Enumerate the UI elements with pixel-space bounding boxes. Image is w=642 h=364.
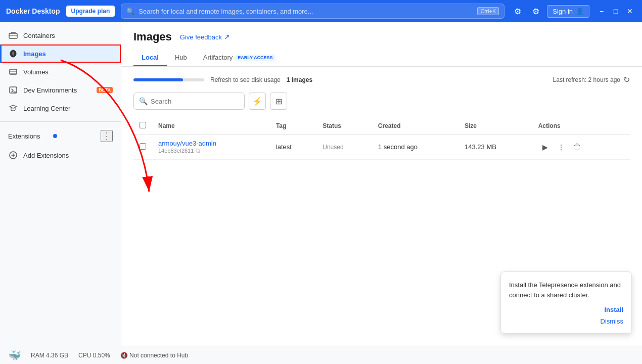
topbar: Docker Desktop Upgrade plan 🔍 Search for… xyxy=(0,0,642,22)
row-name-cell: armouy/vue3-admin 14eb83ef2611 ⧉ xyxy=(152,134,270,160)
image-id: 14eb83ef2611 ⧉ xyxy=(158,147,264,154)
topbar-icons: ⚙ ⚙ Sign in 👤 xyxy=(511,4,589,18)
th-actions: Actions xyxy=(532,118,630,134)
th-size: Size xyxy=(458,118,532,134)
disk-progress-bar xyxy=(133,78,204,81)
dev-environments-label: Dev Environments xyxy=(23,86,91,94)
volumes-label: Volumes xyxy=(23,68,113,76)
volumes-icon xyxy=(8,67,18,77)
tab-hub[interactable]: Hub xyxy=(167,50,195,66)
th-checkbox xyxy=(133,118,152,134)
sidebar-item-dev-environments[interactable]: Dev Environments BETA xyxy=(0,81,121,99)
sidebar-item-learning-center[interactable]: Learning Center xyxy=(0,99,121,117)
row-tag-cell: latest xyxy=(270,134,316,160)
row-actions-cell: ▶ ⋮ 🗑 xyxy=(532,134,630,160)
minimize-button[interactable]: − xyxy=(595,5,608,17)
sidebar-item-containers[interactable]: Containers xyxy=(0,26,121,44)
add-extensions-label: Add Extensions xyxy=(23,152,113,159)
copy-id-button[interactable]: ⧉ xyxy=(196,147,200,154)
search-input[interactable] xyxy=(151,98,239,105)
settings-icon-button[interactable]: ⚙ xyxy=(511,4,525,18)
columns-button[interactable]: ⊞ xyxy=(270,93,287,110)
svg-rect-0 xyxy=(9,33,17,38)
search-icon: 🔍 xyxy=(126,8,134,15)
search-icon: 🔍 xyxy=(139,97,148,105)
refresh-button[interactable]: ↻ xyxy=(623,75,630,84)
sidebar-item-add-extensions[interactable]: Add Extensions xyxy=(0,146,121,164)
th-tag: Tag xyxy=(270,118,316,134)
images-icon xyxy=(8,49,18,59)
row-status-cell: Unused xyxy=(316,134,372,160)
run-button[interactable]: ▶ xyxy=(538,140,553,154)
window-controls: − □ ✕ xyxy=(595,5,636,17)
image-id-text: 14eb83ef2611 xyxy=(158,148,194,154)
install-button[interactable]: Install xyxy=(604,306,623,313)
table-toolbar: 🔍 ⚡ ⊞ xyxy=(133,93,630,110)
extensions-more-button[interactable]: ⋮ xyxy=(101,130,113,142)
app-title: Docker Desktop xyxy=(6,7,60,15)
last-refresh: Last refresh: 2 hours ago ↻ xyxy=(553,75,630,84)
tab-local-label: Local xyxy=(142,54,159,61)
disk-progress-fill xyxy=(133,78,183,81)
feedback-icon: ↗ xyxy=(224,33,230,41)
tabs: Local Hub Artifactory EARLY ACCESS xyxy=(133,50,630,66)
global-search-bar[interactable]: 🔍 Search for local and remote images, co… xyxy=(121,4,505,19)
row-checkbox-cell xyxy=(133,134,152,160)
row-checkbox[interactable] xyxy=(140,143,146,150)
th-created: Created xyxy=(372,118,458,134)
extensions-dot xyxy=(53,134,57,138)
tab-artifactory-label: Artifactory xyxy=(203,54,233,61)
sidebar-item-images[interactable]: Images xyxy=(0,44,121,63)
sidebar-item-volumes[interactable]: Volumes xyxy=(0,63,121,81)
th-name: Name xyxy=(152,118,270,134)
add-extensions-icon xyxy=(8,150,18,160)
upgrade-button[interactable]: Upgrade plan xyxy=(66,6,115,17)
th-status: Status xyxy=(316,118,372,134)
image-name-link[interactable]: armouy/vue3-admin xyxy=(158,140,216,147)
images-label: Images xyxy=(23,50,113,58)
page-title: Images xyxy=(133,30,172,43)
close-button[interactable]: ✕ xyxy=(624,5,636,17)
signin-button[interactable]: Sign in 👤 xyxy=(547,5,589,18)
sidebar: Containers Images Volumes Dev Environmen… xyxy=(0,22,121,346)
table-body: armouy/vue3-admin 14eb83ef2611 ⧉ latest … xyxy=(133,134,630,160)
gear-icon-button[interactable]: ⚙ xyxy=(529,4,543,18)
cpu-status: CPU 0.50% xyxy=(78,352,110,359)
tab-local[interactable]: Local xyxy=(133,50,167,66)
feedback-link[interactable]: Give feedback ↗ xyxy=(180,33,230,41)
title-row: Images Give feedback ↗ xyxy=(133,30,630,43)
tab-hub-label: Hub xyxy=(175,54,187,61)
early-access-badge: EARLY ACCESS xyxy=(236,55,274,61)
telepresence-actions: Install Dismiss xyxy=(509,306,623,325)
page-wrapper: Docker Desktop Upgrade plan 🔍 Search for… xyxy=(0,0,642,364)
disk-usage-bar: Refresh to see disk usage 1 images Last … xyxy=(133,75,630,84)
telepresence-popup: Install the Telepresence extension and c… xyxy=(500,271,632,334)
filter-button[interactable]: ⚡ xyxy=(249,93,266,110)
disk-text: Refresh to see disk usage xyxy=(210,76,281,83)
search-box[interactable]: 🔍 xyxy=(133,93,245,110)
statusbar: 🐳 RAM 4.36 GB CPU 0.50% 🔇 Not connected … xyxy=(0,346,642,364)
delete-button[interactable]: 🗑 xyxy=(570,140,584,154)
more-actions-button[interactable]: ⋮ xyxy=(554,140,568,154)
select-all-checkbox[interactable] xyxy=(140,122,146,128)
dev-environments-icon xyxy=(8,85,18,95)
tab-artifactory[interactable]: Artifactory EARLY ACCESS xyxy=(195,50,283,66)
main-header: Images Give feedback ↗ Local Hub Artifac… xyxy=(121,22,642,67)
table-row: armouy/vue3-admin 14eb83ef2611 ⧉ latest … xyxy=(133,134,630,160)
maximize-button[interactable]: □ xyxy=(610,5,622,17)
dev-environments-badge: BETA xyxy=(97,87,113,93)
learning-center-label: Learning Center xyxy=(23,105,113,112)
last-refresh-text: Last refresh: 2 hours ago xyxy=(553,76,620,83)
sidebar-divider xyxy=(0,121,121,122)
feedback-label: Give feedback xyxy=(180,33,222,41)
dismiss-button[interactable]: Dismiss xyxy=(601,317,624,325)
images-count-value: 1 images xyxy=(287,76,312,83)
columns-icon: ⊞ xyxy=(276,97,282,106)
extensions-label: Extensions xyxy=(8,132,52,140)
hub-status: 🔇 Not connected to Hub xyxy=(120,352,188,359)
telepresence-text: Install the Telepresence extension and c… xyxy=(509,280,623,300)
no-hub-icon: 🔇 xyxy=(120,352,128,359)
containers-icon xyxy=(8,30,18,40)
status-badge: Unused xyxy=(323,144,343,151)
images-table: Name Tag Status Created Size Actions xyxy=(133,118,630,160)
